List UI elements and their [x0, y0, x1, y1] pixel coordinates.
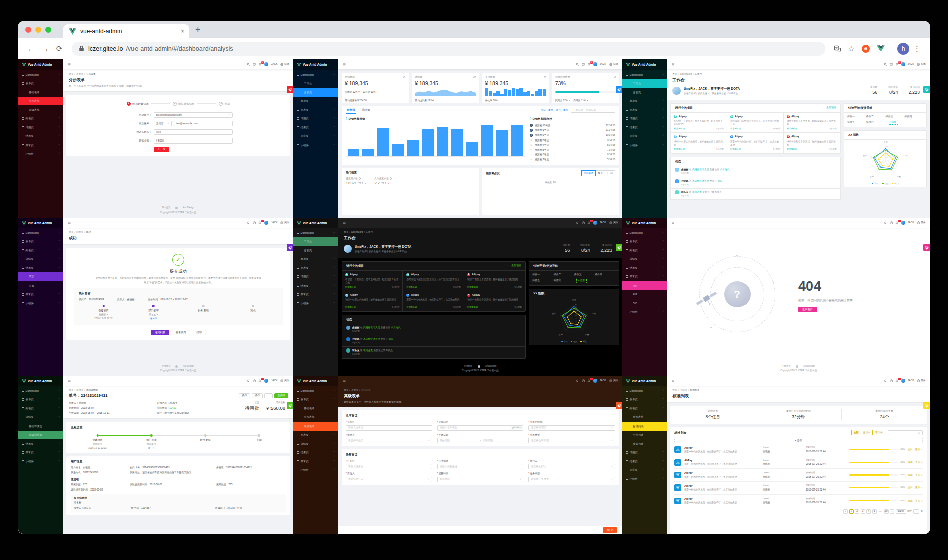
- 付款账户-select[interactable]: ant-design@alipay.com∨: [154, 112, 233, 118]
- sidebar-item[interactable]: 异常页∨: [622, 466, 667, 475]
- notification-bell[interactable]: 12: [587, 221, 591, 225]
- search-input[interactable]: [888, 430, 923, 435]
- sidebar-item[interactable]: 404: [622, 281, 667, 290]
- sidebar-item[interactable]: 基础详情页: [18, 422, 63, 431]
- sidebar-item[interactable]: 小组件∨: [18, 299, 63, 308]
- theme-settings-button[interactable]: [287, 402, 293, 409]
- sidebar-item[interactable]: 列表页∨: [622, 246, 667, 255]
- sidebar-item[interactable]: 表单页∨: [18, 395, 63, 404]
- sidebar-item[interactable]: 查询表格: [622, 413, 667, 422]
- sidebar-item[interactable]: 列表页∧: [622, 404, 667, 413]
- sidebar-item[interactable]: 成功: [18, 272, 63, 282]
- quick-link[interactable]: 操作五: [532, 278, 553, 283]
- quick-link[interactable]: 操作三: [574, 273, 595, 277]
- sidebar-item[interactable]: 异常页∨: [293, 457, 338, 466]
- project-card[interactable]: AAlipay希望是一个好东西，也许是最好的，好东西是不会消亡的科学搬砖组9小时…: [671, 113, 727, 133]
- sidebar-item[interactable]: Dashboard∨: [18, 386, 63, 395]
- quick-link[interactable]: 操作四: [904, 115, 923, 119]
- sidebar-item[interactable]: 列表页∨: [622, 105, 667, 114]
- extension-icon[interactable]: [862, 45, 870, 53]
- edit-link[interactable]: 编辑: [908, 460, 913, 464]
- add-button[interactable]: + 添加: [888, 120, 898, 125]
- more-link[interactable]: 更多 ∨: [915, 473, 923, 477]
- page-button[interactable]: 4: [866, 509, 871, 514]
- reload-button[interactable]: ⟳: [53, 44, 65, 53]
- project-card[interactable]: AAlipay城镇中有那么多的酒馆，她却偏偏走进了我的酒馆科学搬砖组9小时前: [342, 291, 403, 311]
- quick-link[interactable]: 操作二: [866, 115, 886, 119]
- sidebar-item[interactable]: 表单页∨: [622, 237, 667, 246]
- project-card[interactable]: AAlipay那是一种内在的东西，他们到达不了，也无法触及的科学搬砖组9小时前: [403, 291, 464, 311]
- sidebar-item[interactable]: 列表页∨: [18, 404, 63, 413]
- sidebar-item[interactable]: 详情页∨: [293, 272, 338, 282]
- language-switcher[interactable]: 简体: [917, 221, 926, 225]
- more-link[interactable]: 更多 ∨: [915, 499, 923, 503]
- date-range-picker[interactable]: 开始日期 ~ 结束日期: [571, 108, 615, 113]
- address-bar[interactable]: iczer.gitee.io/vue-antd-admin/#/dashboar…: [72, 42, 825, 56]
- quick-link[interactable]: 操作五: [847, 120, 866, 124]
- notification-bell[interactable]: 12: [587, 379, 591, 383]
- browser-menu-icon[interactable]: ⋮: [911, 44, 923, 53]
- language-switcher[interactable]: 简体: [280, 221, 290, 225]
- 仓库类型-input[interactable]: 请选择仓库类型∨: [528, 438, 615, 443]
- feed-link[interactable]: 八月迭代: [720, 168, 729, 171]
- 返回列表-button[interactable]: 返回列表: [151, 330, 169, 335]
- sidebar-item[interactable]: 表单页∧: [293, 395, 338, 404]
- breadcrumb-item[interactable]: 首页: [672, 388, 678, 392]
- profile-avatar[interactable]: h: [897, 43, 909, 55]
- sidebar-item[interactable]: 高级详情页: [18, 431, 63, 440]
- footer-link[interactable]: Ant Design: [485, 365, 496, 368]
- urge-link[interactable]: 催一下: [128, 317, 178, 321]
- sidebar-item[interactable]: 小组件∨: [293, 141, 338, 150]
- quick-link[interactable]: 操作二: [553, 273, 574, 277]
- sidebar-item[interactable]: 小组件∨: [293, 299, 338, 308]
- project-card[interactable]: AAlipay城镇中有那么多的酒馆，她却偏偏走进了我的酒馆科学搬砖组9小时前: [464, 271, 525, 291]
- sidebar-item[interactable]: 卡片列表: [622, 431, 667, 440]
- footer-link[interactable]: Pro首页: [162, 206, 170, 210]
- more-link[interactable]: 更多 ∨: [915, 448, 923, 451]
- notification-bell[interactable]: 12: [895, 221, 899, 225]
- feed-link[interactable]: 项目进展: [692, 191, 702, 193]
- page-button[interactable]: 1: [849, 509, 854, 514]
- next-step-button[interactable]: 下一步: [154, 147, 170, 152]
- all-projects-link[interactable]: 全部项目: [511, 264, 521, 268]
- sidebar-item[interactable]: 异常页∨: [622, 132, 667, 141]
- sidebar-item[interactable]: 基础表单: [18, 88, 63, 97]
- feed-link[interactable]: 八月迭代: [391, 326, 400, 329]
- 仓库管理员-input[interactable]: 请选择管理员∨: [528, 425, 615, 431]
- sidebar-item[interactable]: 表单页∧: [18, 79, 63, 88]
- sidebar-item[interactable]: Dashboard∧: [622, 70, 667, 79]
- tab-访问量[interactable]: 访问量: [361, 106, 372, 114]
- channel-button[interactable]: 门店: [605, 170, 615, 176]
- forward-button[interactable]: →: [39, 44, 51, 53]
- sidebar-item[interactable]: 详情页∨: [18, 255, 63, 264]
- sidebar-item[interactable]: 结果页∨: [293, 281, 338, 290]
- 仓库域名-input[interactable]: 请输入仓库域名github.io: [437, 425, 524, 431]
- sidebar-item[interactable]: 详情页∨: [622, 114, 667, 123]
- sidebar-item[interactable]: 表单页∨: [18, 237, 63, 246]
- breadcrumb-item[interactable]: 首页: [69, 388, 74, 392]
- sidebar-item[interactable]: 结果页∨: [18, 439, 63, 448]
- page-button[interactable]: 2: [855, 509, 859, 514]
- page-button[interactable]: 5: [872, 509, 877, 514]
- minimize-window-button[interactable]: [35, 27, 41, 33]
- sidebar-item[interactable]: Dashboard∨: [18, 70, 63, 79]
- notification-bell[interactable]: 12: [895, 379, 899, 383]
- urge-link[interactable]: 催一下: [124, 447, 178, 450]
- breadcrumb-item[interactable]: 首页: [69, 230, 74, 234]
- sidebar-item[interactable]: 分步表单: [18, 97, 63, 106]
- sidebar-item[interactable]: 结果页∨: [622, 123, 667, 132]
- sidebar-item[interactable]: 分步表单: [293, 413, 338, 422]
- maximize-window-button[interactable]: [45, 27, 51, 33]
- sidebar-item[interactable]: 工作台: [293, 237, 338, 246]
- page-button[interactable]: 3: [861, 509, 865, 514]
- sidebar-item[interactable]: 小组件∨: [622, 141, 667, 150]
- project-card[interactable]: AAlipay希望是一个好东西，也许是最好的，好东西是不会消亡的科学搬砖组9小时…: [342, 271, 403, 291]
- bookmark-star-icon[interactable]: ☆: [845, 44, 857, 53]
- edit-link[interactable]: 编辑: [908, 448, 913, 451]
- sidebar-item[interactable]: 详情页∧: [18, 413, 63, 422]
- footer-link[interactable]: Ant Design: [183, 365, 194, 368]
- account-type-select[interactable]: 支付宝∨: [154, 121, 172, 126]
- theme-settings-button[interactable]: [287, 244, 293, 251]
- breadcrumb-item[interactable]: Dashboard: [351, 230, 363, 234]
- sidebar-item[interactable]: 分析页: [622, 88, 667, 97]
